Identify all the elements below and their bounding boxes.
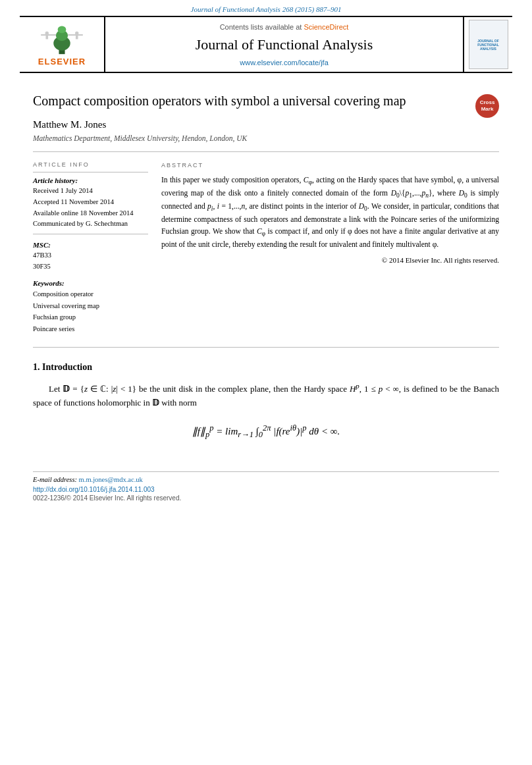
connected-text: connected — [292, 189, 323, 197]
kw4: Poincare series — [33, 323, 148, 335]
abstract-text: In this paper we study composition opera… — [161, 174, 499, 251]
kw2: Universal covering map — [33, 300, 148, 312]
journal-title: Journal of Functional Analysis — [196, 36, 373, 53]
kw1: Composition operator — [33, 288, 148, 300]
keywords-box: Keywords: Composition operator Universal… — [33, 279, 148, 335]
crossmark-badge[interactable]: CrossMark — [475, 94, 499, 118]
keywords-label: Keywords: — [33, 279, 148, 287]
msc1: 47B33 — [33, 250, 148, 261]
section-divider — [33, 347, 499, 348]
journal-reference: Journal of Functional Analysis 268 (2015… — [0, 0, 532, 16]
divider — [33, 151, 499, 152]
kw3: Fuchsian group — [33, 311, 148, 323]
svg-rect-9 — [76, 35, 78, 39]
thumb-inner: JOURNAL OF FUNCTIONAL ANALYSIS — [469, 20, 508, 69]
formula-text: ‖f‖pp = limr→1 ∫02π |f(reiθ)|p dθ < ∞. — [192, 423, 340, 440]
doi-line[interactable]: http://dx.doi.org/10.1016/j.jfa.2014.11.… — [33, 486, 499, 493]
footer-copyright: 0022-1236/© 2014 Elsevier Inc. All right… — [33, 494, 499, 502]
intro-section-title: 1. Introduction — [33, 362, 499, 373]
sciencedirect-link[interactable]: ScienceDirect — [304, 23, 348, 31]
email-link[interactable]: m.m.jones@mdx.ac.uk — [79, 476, 143, 483]
msc-box: MSC: 47B33 30F35 — [33, 241, 148, 273]
journal-thumbnail: JOURNAL OF FUNCTIONAL ANALYSIS — [463, 17, 512, 72]
history-label: Article history: — [33, 176, 148, 184]
accepted-date: Accepted 11 November 2014 — [33, 197, 148, 208]
article-info-column: ARTICLE INFO Article history: Received 1… — [33, 161, 148, 335]
article-info-abstract: ARTICLE INFO Article history: Received 1… — [33, 161, 499, 335]
abstract-label: ABSTRACT — [161, 161, 499, 171]
footnote-email: E-mail address: m.m.jones@mdx.ac.uk — [33, 476, 499, 483]
journal-center: Contents lists available at ScienceDirec… — [105, 17, 463, 72]
author-name: Matthew M. Jones — [33, 119, 499, 130]
svg-point-6 — [45, 32, 49, 35]
svg-point-3 — [58, 26, 66, 33]
thumb-journal-title: JOURNAL OF FUNCTIONAL ANALYSIS — [469, 37, 508, 53]
contents-line: Contents lists available at ScienceDirec… — [220, 23, 349, 31]
intro-paragraph: Let 𝔻 = {z ∈ ℂ: |z| < 1} be the unit dis… — [33, 381, 499, 410]
journal-url[interactable]: www.elsevier.com/locate/jfa — [240, 59, 329, 66]
formula-block: ‖f‖pp = limr→1 ∫02π |f(reiθ)|p dθ < ∞. — [33, 423, 499, 440]
main-content: CrossMark Compact composition operators … — [0, 73, 532, 458]
svg-point-8 — [75, 32, 78, 35]
msc-label: MSC: — [33, 241, 148, 249]
msc2: 30F35 — [33, 261, 148, 273]
svg-rect-7 — [45, 35, 48, 39]
title-area: CrossMark Compact composition operators … — [33, 92, 499, 119]
elsevier-tree-icon — [32, 22, 92, 55]
article-info-label: ARTICLE INFO — [33, 161, 148, 168]
article-history-box: Article history: Received 1 July 2014 Ac… — [33, 172, 148, 234]
svg-rect-4 — [41, 34, 56, 36]
elsevier-label: ELSEVIER — [38, 57, 86, 66]
author-affiliation: Mathematics Department, Middlesex Univer… — [33, 134, 499, 142]
available-date: Available online 18 November 2014 — [33, 208, 148, 219]
abstract-column: ABSTRACT In this paper we study composit… — [161, 161, 499, 335]
abstract-copyright: © 2014 Elsevier Inc. All rights reserved… — [161, 255, 499, 266]
communicated-by: Communicated by G. Schechtman — [33, 219, 148, 230]
received-date: Received 1 July 2014 — [33, 186, 148, 197]
footer-area: E-mail address: m.m.jones@mdx.ac.uk http… — [33, 471, 499, 502]
crossmark-icon: CrossMark — [475, 94, 499, 118]
article-title: Compact composition operators with symbo… — [33, 92, 499, 110]
svg-rect-5 — [68, 34, 83, 36]
journal-header: ELSEVIER Contents lists available at Sci… — [20, 16, 512, 73]
email-label: E-mail address: — [33, 476, 77, 483]
elsevier-logo: ELSEVIER — [20, 17, 105, 72]
